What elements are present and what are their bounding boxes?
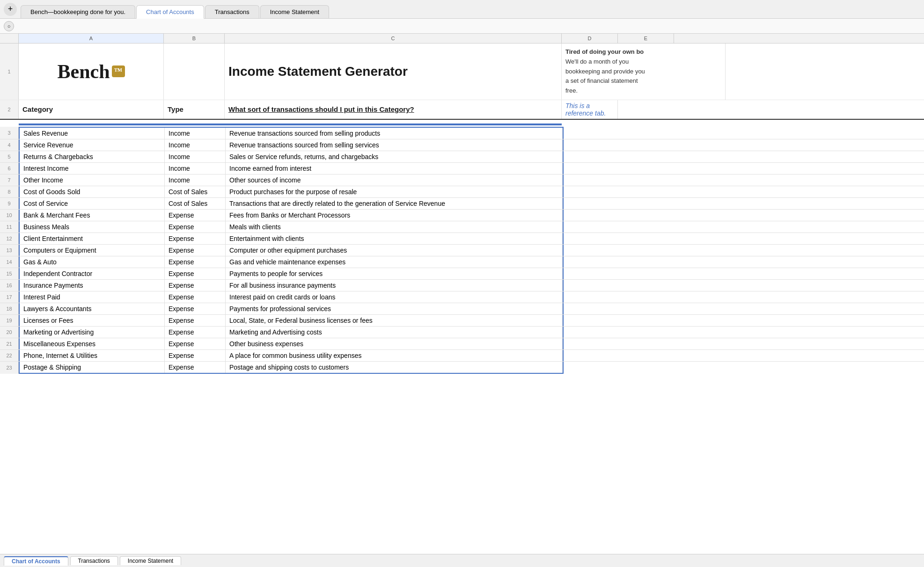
cell-description: Meals with clients [226,221,563,233]
cell-description: For all business insurance payments [226,280,563,291]
cell-type: Income [165,174,226,186]
cell-category: Cost of Goods Sold [20,186,165,197]
table-row: 23Postage & ShippingExpensePostage and s… [0,362,924,374]
cell-1d-promo: Tired of doing your own bo We'll do a mo… [562,44,726,100]
data-table-border [19,124,562,125]
col-header-e: E [618,34,674,43]
tab-income-statement[interactable]: Income Statement [260,5,330,18]
cell-type: Expense [165,338,226,349]
row-number: 19 [0,315,19,326]
row-number: 11 [0,221,19,233]
cell-category: Service Revenue [20,139,165,151]
table-row: 18Lawyers & AccountantsExpensePayments f… [0,303,924,315]
cell-category: Bank & Merchant Fees [20,210,165,221]
table-row: 8Cost of Goods SoldCost of SalesProduct … [0,186,924,198]
bench-logo: Bench™ [57,60,125,83]
cell-type: Expense [165,291,226,303]
cell-category: Licenses or Fees [20,315,165,326]
table-row: 11Business MealsExpenseMeals with client… [0,221,924,233]
table-row: 9Cost of ServiceCost of SalesTransaction… [0,198,924,210]
promo-text: Tired of doing your own bo We'll do a mo… [565,47,645,96]
cell-type: Expense [165,315,226,326]
cell-category: Phone, Internet & Utilities [20,350,165,361]
row-number: 7 [0,174,19,186]
data-rows-wrapper: 3Sales RevenueIncomeRevenue transactions… [0,127,924,374]
row-num-2: 2 [0,100,19,119]
cell-type: Expense [165,362,226,373]
cell-2a-category-header: Category [19,100,164,119]
table-row: 17Interest PaidExpenseInterest paid on c… [0,291,924,303]
table-row: 16Insurance PaymentsExpenseFor all busin… [0,280,924,291]
cell-description: Interest paid on credit cards or loans [226,291,563,303]
row-number: 12 [0,233,19,244]
row-number: 13 [0,245,19,256]
table-row: 6Interest IncomeIncomeIncome earned from… [0,163,924,174]
row-number: 10 [0,210,19,221]
cell-description: A place for common business utility expe… [226,350,563,361]
column-headers: A B C D E [0,34,924,44]
cell-type: Income [165,139,226,151]
cell-type: Expense [165,233,226,244]
cell-category: Interest Paid [20,291,165,303]
table-row: 5Returns & ChargebacksIncomeSales or Ser… [0,151,924,163]
cell-category: Lawyers & Accountants [20,303,165,314]
row-number: 22 [0,350,19,361]
table-row: 14Gas & AutoExpenseGas and vehicle maint… [0,256,924,268]
cell-description: Postage and shipping costs to customers [226,362,563,373]
table-row: 15Independent ContractorExpensePayments … [0,268,924,280]
cell-description: Gas and vehicle maintenance expenses [226,256,563,268]
tab-transactions[interactable]: Transactions [205,5,259,18]
row-number: 21 [0,338,19,349]
table-row: 13Computers or EquipmentExpenseComputer … [0,245,924,256]
new-tab-button[interactable]: + [4,3,17,16]
table-row: 19Licenses or FeesExpenseLocal, State, o… [0,315,924,327]
row-number: 16 [0,280,19,291]
tab-bench[interactable]: Bench—bookkeeping done for you. [21,5,135,18]
cell-category: Computers or Equipment [20,245,165,256]
cell-type: Expense [165,268,226,279]
cell-category: Independent Contractor [20,268,165,279]
row-number: 5 [0,151,19,162]
cell-description: Other sources of income [226,174,563,186]
cell-description: Income earned from interest [226,163,563,174]
cell-category: Insurance Payments [20,280,165,291]
cell-2b-type-header: Type [164,100,225,119]
cell-description: Product purchases for the purpose of res… [226,186,563,197]
cell-2d-ref-tab: This is a reference tab. [562,100,618,119]
row-1: 1 Bench™ Income Statement Generator Tire… [0,44,924,100]
cell-category: Marketing or Advertising [20,327,165,338]
cell-category: Other Income [20,174,165,186]
browser-tabs: Bench—bookkeeping done for you. Chart of… [21,0,330,18]
table-row: 20Marketing or AdvertisingExpenseMarketi… [0,327,924,338]
bench-badge: ™ [112,65,125,77]
table-row: 7Other IncomeIncomeOther sources of inco… [0,174,924,186]
cell-1a-logo: Bench™ [19,44,164,100]
cell-description: Local, State, or Federal business licens… [226,315,563,326]
cell-type: Cost of Sales [165,186,226,197]
cell-category: Returns & Chargebacks [20,151,165,162]
cell-category: Cost of Service [20,198,165,209]
cell-type: Cost of Sales [165,198,226,209]
table-row: 10Bank & Merchant FeesExpenseFees from B… [0,210,924,221]
row-number: 6 [0,163,19,174]
tab-chart-of-accounts[interactable]: Chart of Accounts [136,5,204,19]
cell-type: Income [165,151,226,162]
col-header-c: C [225,34,562,43]
row-number: 4 [0,139,19,151]
formula-bar: ○ [0,19,924,34]
cell-reference-box[interactable]: ○ [4,21,14,31]
cell-category: Postage & Shipping [20,362,165,373]
cell-type: Expense [165,210,226,221]
row-number: 20 [0,327,19,338]
cell-description: Marketing and Advertising costs [226,327,563,338]
col-header-a: A [19,34,164,43]
row-number: 9 [0,198,19,209]
cell-category: Sales Revenue [20,128,165,139]
table-row: 3Sales RevenueIncomeRevenue transactions… [0,127,924,139]
cell-2c-desc-header: What sort of transactions should I put i… [225,100,562,119]
table-row: 4Service RevenueIncomeRevenue transactio… [0,139,924,151]
cell-description: Revenue transactions sourced from sellin… [226,139,563,151]
table-row: 12Client EntertainmentExpenseEntertainme… [0,233,924,245]
row-number: 18 [0,303,19,314]
spreadsheet-scroll-area[interactable]: 1 Bench™ Income Statement Generator Tire… [0,44,924,374]
